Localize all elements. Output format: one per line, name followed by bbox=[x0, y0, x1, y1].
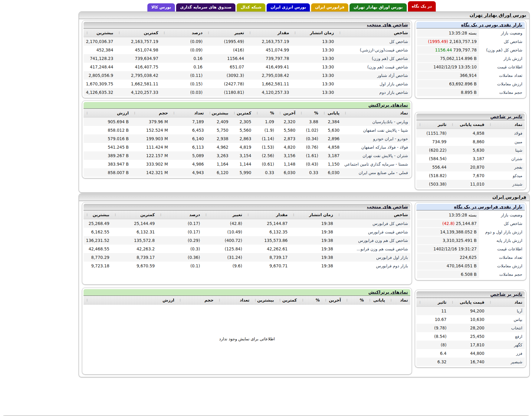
symbol-name-cell[interactable]: ارفع bbox=[487, 332, 525, 341]
column-header[interactable]: ❙کمترین bbox=[276, 296, 299, 305]
column-header[interactable]: ❙مقدار bbox=[245, 210, 290, 219]
column-header[interactable]: ❙زمان انتشار bbox=[291, 28, 336, 37]
index-row[interactable]: شاخص بازار اول 13:30 1,662,581.11 (2427.… bbox=[84, 80, 410, 88]
symbol-name-cell[interactable]: مبین bbox=[487, 137, 525, 146]
symbol-name-cell[interactable]: شپنا bbox=[487, 146, 525, 154]
market-tab[interactable]: بورس انرژی ایران bbox=[267, 3, 310, 12]
index-name-cell[interactable]: شاخص قیمت هم وزن فرابو... bbox=[336, 245, 410, 253]
symbol-name-cell[interactable]: فولاد - فولاد مباركه اصفهان bbox=[342, 143, 410, 151]
column-header[interactable]: ❙بیشترین bbox=[84, 28, 116, 37]
index-row[interactable]: شاخص قیمت (هم وزن) 13:30 416,499.41 651.… bbox=[84, 63, 410, 71]
column-header[interactable]: ❙پایانی bbox=[366, 296, 387, 305]
column-header[interactable]: ❙تعداد bbox=[216, 296, 252, 305]
impact-row[interactable]: شبصیر 16,740 6.32 bbox=[416, 358, 525, 366]
column-header[interactable]: ❙تاثیر bbox=[416, 298, 449, 307]
symbol-name-cell[interactable]: شبندر bbox=[487, 180, 525, 188]
column-header[interactable]: ❙% bbox=[298, 109, 321, 117]
column-header[interactable]: ❙تغییر bbox=[202, 210, 245, 219]
impact-row[interactable]: شتران 3,187 (584.54) bbox=[416, 154, 525, 163]
symbol-name-cell[interactable]: میدکو bbox=[487, 171, 525, 180]
index-name-cell[interactable]: شاخص قیمت(وزني-ارزشي) bbox=[337, 46, 410, 54]
impact-row[interactable]: مبین 8,860 734.99 bbox=[416, 137, 525, 146]
column-header[interactable]: ❙بیشترین bbox=[206, 109, 231, 117]
impact-row[interactable]: انتخاب 28,200 (9.78) bbox=[416, 324, 525, 332]
symbol-name-cell[interactable]: بپاس bbox=[487, 315, 525, 324]
index-name-cell[interactable]: بازار اول فرابورس bbox=[336, 253, 410, 262]
index-name-cell[interactable]: شاخص بازار اول bbox=[337, 80, 410, 88]
index-row[interactable]: شاخص قیمت هم وزن فرابو... 19:38 42,262.6… bbox=[84, 245, 410, 253]
market-tab[interactable]: صندوق های سرمایه گذاری bbox=[176, 3, 235, 12]
impact-row[interactable]: فولاد 4,858 (1151.78) bbox=[416, 129, 525, 138]
symbol-name-cell[interactable]: شتران bbox=[487, 154, 525, 163]
impact-row[interactable]: شپنا 5,630 (620.22) bbox=[416, 146, 525, 154]
column-header[interactable]: ❙تاثیر bbox=[416, 120, 449, 129]
symbol-row[interactable]: فملي - ملي صنايع مس ايران 6,030 0.33 6,0… bbox=[84, 168, 410, 177]
index-name-cell[interactable]: بازار دوم فرابورس bbox=[336, 262, 410, 270]
symbol-name-cell[interactable]: شستا - سرمايه گذاري تامين اجتماعي bbox=[342, 160, 410, 168]
column-header[interactable]: ❙قیمت پایانی bbox=[449, 120, 487, 129]
impact-row[interactable]: بفجر 20,870 556.44 bbox=[416, 163, 525, 171]
symbol-row[interactable]: شپنا - پالايش نفت اصفهان 5,630 (1.02) 5,… bbox=[84, 126, 410, 134]
market-tab[interactable]: شبکه کدال bbox=[237, 3, 265, 12]
market-tab[interactable]: بورس کالا bbox=[147, 3, 175, 12]
column-header[interactable]: ❙% bbox=[299, 296, 322, 305]
symbol-row[interactable]: فولاد - فولاد مباركه اصفهان 4,858 (0.76)… bbox=[84, 143, 410, 151]
index-row[interactable]: بازار اول فرابورس 19:38 8,739.17 (31.24)… bbox=[84, 253, 410, 262]
index-name-cell[interactable]: شاخص قیمت فرابورس bbox=[336, 228, 410, 236]
column-header[interactable]: ❙ارزش bbox=[84, 296, 177, 305]
column-header[interactable]: ❙شاخص bbox=[336, 210, 410, 219]
column-header[interactable]: ❙کمترین bbox=[116, 28, 161, 37]
column-header[interactable]: ❙پایانی bbox=[321, 109, 342, 117]
column-header[interactable]: ❙% bbox=[254, 109, 277, 117]
index-name-cell[interactable]: شاخص آزاد شناور bbox=[337, 71, 410, 80]
symbol-name-cell[interactable]: آریا bbox=[487, 307, 525, 315]
symbol-name-cell[interactable]: شبصیر bbox=[487, 358, 525, 366]
index-row[interactable]: شاخص كل هم وزن فرابورس 19:38 135,573.86 … bbox=[84, 236, 410, 245]
index-row[interactable]: شاخص كل فرابورس 19:38 25,144.87 (42.8) (… bbox=[84, 219, 410, 228]
index-name-cell[interactable]: شاخص بازار دوم bbox=[337, 88, 410, 97]
column-header[interactable]: ❙حجم bbox=[177, 296, 216, 305]
symbol-name-cell[interactable]: شتران - پالايش نفت تهران bbox=[342, 151, 410, 160]
symbol-name-cell[interactable]: کگهر bbox=[487, 341, 525, 349]
column-header[interactable]: ❙بیشترین bbox=[84, 210, 112, 219]
market-tab[interactable]: در یک نگاه bbox=[408, 1, 436, 12]
index-row[interactable]: شاخص بازار دوم 13:30 4,120,257.33 (1180.… bbox=[84, 88, 410, 97]
column-header[interactable]: ❙درصد bbox=[157, 210, 202, 219]
impact-row[interactable]: بپاس 10,630 10.67 bbox=[416, 315, 525, 324]
index-row[interactable]: شاخص آزاد شناور 13:30 2,795,038.42 (3092… bbox=[84, 71, 410, 80]
column-header[interactable]: ❙قیمت پایانی bbox=[449, 298, 487, 307]
impact-row[interactable]: شبندر 11,010 (503.38) bbox=[416, 180, 525, 188]
column-header[interactable]: ❙زمان انتشار bbox=[290, 210, 335, 219]
market-tab[interactable]: بورس اوراق بهادار تهران bbox=[350, 3, 406, 12]
column-header[interactable]: ❙حجم bbox=[131, 109, 170, 117]
column-header[interactable]: ❙نماد bbox=[487, 120, 525, 129]
column-header[interactable]: ❙مقدار bbox=[247, 28, 292, 37]
column-header[interactable]: ❙نماد bbox=[342, 109, 410, 117]
impact-row[interactable]: ارفع 25,450 (8.54) bbox=[416, 332, 525, 341]
column-header[interactable]: ❙% bbox=[343, 296, 366, 305]
market-tab[interactable]: فرابورس ایران bbox=[311, 3, 348, 12]
symbol-row[interactable]: شتران - پالايش نفت تهران 3,187 (1.61) 3,… bbox=[84, 151, 410, 160]
column-header[interactable]: ❙آخرین bbox=[277, 109, 298, 117]
symbol-row[interactable]: وپارس - بانك‌پارسيان 2,384 3.88 2,320 1.… bbox=[84, 117, 410, 126]
index-row[interactable]: شاخص قیمت فرابورس 19:38 6,132.35 (10.49)… bbox=[84, 228, 410, 236]
column-header[interactable]: ❙نماد bbox=[387, 296, 410, 305]
index-name-cell[interactable]: شاخص كل فرابورس bbox=[336, 219, 410, 228]
symbol-row[interactable]: شستا - سرمايه گذاري تامين اجتماعي 1,150 … bbox=[84, 160, 410, 168]
symbol-name-cell[interactable]: فزر bbox=[487, 349, 525, 358]
column-header[interactable]: ❙ارزش bbox=[84, 109, 131, 117]
index-name-cell[interactable]: شاخص قیمت (هم وزن) bbox=[337, 63, 410, 71]
index-row[interactable]: شاخص کل 13:30 2,163,757.19 (1995.49) (0.… bbox=[84, 37, 410, 46]
symbol-name-cell[interactable]: فولاد bbox=[487, 129, 525, 138]
column-header[interactable]: ❙بیشترین bbox=[252, 296, 276, 305]
symbol-name-cell[interactable]: انتخاب bbox=[487, 324, 525, 332]
index-row[interactable]: شاخص قیمت(وزني-ارزشي) 13:30 451,074.99 (… bbox=[84, 46, 410, 54]
column-header[interactable]: ❙شاخص bbox=[337, 28, 410, 37]
column-header[interactable]: ❙درصد bbox=[161, 28, 205, 37]
index-row[interactable]: شاخص کل (هم وزن) 13:30 739,797.78 1156.4… bbox=[84, 54, 410, 63]
symbol-name-cell[interactable]: وپارس - بانك‌پارسيان bbox=[342, 117, 410, 126]
impact-row[interactable]: فزر 44,800 6.4 bbox=[416, 349, 525, 358]
symbol-name-cell[interactable]: فملي - ملي صنايع مس ايران bbox=[342, 168, 410, 177]
column-header[interactable]: ❙کمترین bbox=[112, 210, 157, 219]
symbol-name-cell[interactable]: بفجر bbox=[487, 163, 525, 171]
